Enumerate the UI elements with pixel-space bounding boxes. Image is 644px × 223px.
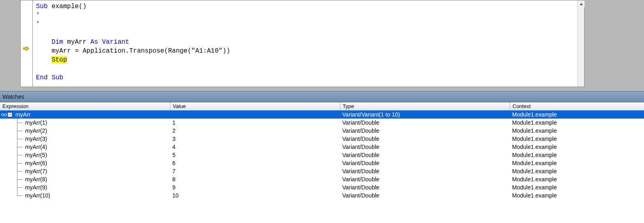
watch-context: Module1.example [510,111,644,118]
watch-value: 10 [170,192,340,199]
watch-value: 8 [170,176,340,183]
watch-expression: myArr(3) [24,136,47,142]
watch-value: 7 [170,168,340,174]
watch-type: Variant/Double [340,152,510,158]
watch-type: Variant/Double [340,127,510,134]
watch-row-child[interactable]: myArr(4)4Variant/DoubleModule1.example [0,143,644,151]
code-editor[interactable]: Sub example()'' Dim myArr As Variant myA… [33,0,584,87]
code-area-container: Sub example()'' Dim myArr As Variant myA… [0,0,644,91]
svg-point-1 [4,114,6,116]
svg-point-0 [2,114,4,116]
watch-type: Variant/Double [340,160,510,166]
header-context[interactable]: Context [510,102,644,110]
scroll-up-icon[interactable] [578,0,585,7]
watch-context: Module1.example [510,144,644,150]
watch-type: Variant/Double [340,184,510,191]
vertical-scrollbar[interactable] [577,0,584,87]
watch-value: 4 [170,144,340,150]
watch-type: Variant/Double [340,136,510,142]
watch-context: Module1.example [510,119,644,126]
watch-expression: myArr(6) [24,160,47,166]
watch-value: 1 [170,119,340,126]
watch-value: 2 [170,127,340,134]
watch-context: Module1.example [510,152,644,158]
execution-pointer-icon [23,46,30,52]
watches-header-row: Expression Value Type Context [0,102,644,110]
watch-type: Variant/Double [340,192,510,199]
watch-glasses-icon [1,112,7,117]
watch-row-root[interactable]: − myArr Variant/Variant(1 to 10) Module1… [0,110,644,119]
watch-context: Module1.example [510,160,644,166]
watch-value: 3 [170,136,340,142]
watch-row-child[interactable]: myArr(10)10Variant/DoubleModule1.example [0,191,644,200]
watch-row-child[interactable]: myArr(3)3Variant/DoubleModule1.example [0,135,644,143]
watch-row-child[interactable]: myArr(1)1Variant/DoubleModule1.example [0,119,644,127]
header-value[interactable]: Value [170,102,340,110]
watch-type: Variant/Double [340,168,510,174]
watch-type: Variant/Variant(1 to 10) [340,111,510,118]
watch-row-child[interactable]: myArr(7)7Variant/DoubleModule1.example [0,167,644,175]
watch-expression: myArr(10) [24,192,50,199]
watch-expression: myArr(9) [24,184,47,191]
watch-context: Module1.example [510,192,644,199]
watch-value: 5 [170,152,340,158]
watch-expression: myArr(2) [24,127,47,134]
watch-row-child[interactable]: myArr(5)5Variant/DoubleModule1.example [0,151,644,159]
watch-expression: myArr(1) [24,119,47,126]
watch-context: Module1.example [510,168,644,174]
watch-value: 6 [170,160,340,166]
collapse-box-icon[interactable]: − [8,113,12,117]
watch-type: Variant/Double [340,144,510,150]
watch-type: Variant/Double [340,176,510,183]
header-type[interactable]: Type [340,102,510,110]
watch-context: Module1.example [510,136,644,142]
watch-expression: myArr(4) [24,144,47,150]
code-gutter[interactable] [21,0,33,87]
watch-row-child[interactable]: myArr(2)2Variant/DoubleModule1.example [0,127,644,135]
watch-expression: myArr(7) [24,168,47,174]
watch-expression: myArr(8) [24,176,47,183]
header-expression[interactable]: Expression [0,102,170,110]
code-window: Sub example()'' Dim myArr As Variant myA… [20,0,585,87]
watch-row-child[interactable]: myArr(8)8Variant/DoubleModule1.example [0,175,644,183]
watch-row-child[interactable]: myArr(9)9Variant/DoubleModule1.example [0,183,644,191]
watch-context: Module1.example [510,127,644,134]
watch-value: 9 [170,184,340,191]
watch-expression: myArr [15,111,30,118]
watch-row-child[interactable]: myArr(6)6Variant/DoubleModule1.example [0,159,644,167]
watches-panel-title: Watches [0,91,644,102]
watch-context: Module1.example [510,176,644,183]
watch-expression: myArr(5) [24,152,47,158]
watches-grid: Expression Value Type Context − myArr Va… [0,102,644,200]
watch-type: Variant/Double [340,119,510,126]
watch-context: Module1.example [510,184,644,191]
